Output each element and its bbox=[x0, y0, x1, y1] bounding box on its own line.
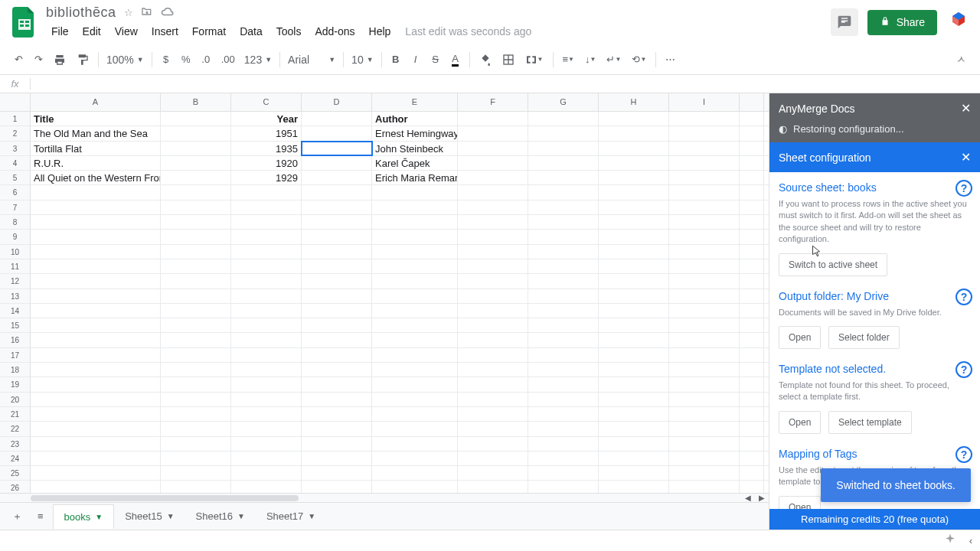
cell[interactable] bbox=[528, 452, 599, 465]
cell[interactable] bbox=[231, 245, 302, 259]
redo-button[interactable]: ↷ bbox=[29, 50, 47, 70]
cell[interactable] bbox=[161, 363, 231, 377]
cell[interactable] bbox=[669, 171, 740, 184]
row-header[interactable]: 23 bbox=[0, 437, 31, 451]
cell[interactable] bbox=[161, 215, 231, 229]
cell[interactable] bbox=[231, 452, 302, 465]
cell[interactable] bbox=[31, 437, 161, 451]
cell[interactable] bbox=[528, 126, 599, 140]
undo-button[interactable]: ↶ bbox=[9, 50, 28, 70]
cell[interactable] bbox=[31, 348, 161, 362]
cell[interactable] bbox=[458, 422, 528, 435]
cloud-icon[interactable] bbox=[161, 6, 175, 19]
cell[interactable] bbox=[31, 259, 161, 273]
cell[interactable] bbox=[31, 377, 161, 391]
cell[interactable] bbox=[599, 422, 669, 435]
cell[interactable] bbox=[231, 466, 302, 480]
collapse-toolbar-button[interactable]: ㅅ bbox=[952, 50, 971, 70]
italic-button[interactable]: I bbox=[407, 50, 425, 70]
cell[interactable] bbox=[599, 126, 669, 140]
cell[interactable] bbox=[740, 318, 764, 332]
cell[interactable]: 1951 bbox=[231, 126, 302, 140]
cell[interactable] bbox=[458, 142, 528, 155]
font-size-select[interactable]: 10 ▼ bbox=[348, 52, 377, 67]
cell[interactable] bbox=[599, 377, 669, 391]
cell[interactable] bbox=[31, 452, 161, 465]
more-button[interactable]: ⋯ bbox=[661, 50, 680, 70]
sheet-tab-Sheet16[interactable]: Sheet16▼ bbox=[185, 504, 256, 529]
row-header[interactable]: 17 bbox=[0, 348, 31, 362]
cell[interactable] bbox=[669, 215, 740, 229]
cell[interactable]: R.U.R. bbox=[31, 156, 161, 170]
cell[interactable] bbox=[528, 318, 599, 332]
cell[interactable] bbox=[458, 259, 528, 273]
move-icon[interactable] bbox=[141, 5, 153, 20]
cell[interactable] bbox=[302, 452, 372, 465]
sheet-tab-books[interactable]: books▼ bbox=[53, 504, 115, 529]
cell[interactable] bbox=[302, 156, 372, 170]
cell[interactable] bbox=[231, 363, 302, 377]
close-panel-button[interactable]: ✕ bbox=[961, 150, 971, 165]
print-button[interactable] bbox=[49, 50, 70, 70]
cell[interactable] bbox=[161, 245, 231, 259]
menu-format[interactable]: Format bbox=[187, 22, 231, 41]
cell[interactable] bbox=[302, 274, 372, 288]
cell[interactable] bbox=[669, 363, 740, 377]
comments-button[interactable] bbox=[831, 8, 858, 36]
cell[interactable] bbox=[669, 201, 740, 214]
cell[interactable] bbox=[740, 156, 764, 170]
menu-tools[interactable]: Tools bbox=[271, 22, 307, 41]
cell[interactable] bbox=[372, 437, 458, 451]
cell[interactable] bbox=[161, 171, 231, 184]
col-header-A[interactable]: A bbox=[31, 93, 161, 111]
cell[interactable] bbox=[458, 363, 528, 377]
cell[interactable] bbox=[31, 466, 161, 480]
row-header[interactable]: 12 bbox=[0, 274, 31, 288]
cell[interactable] bbox=[599, 289, 669, 303]
cell[interactable] bbox=[302, 481, 372, 493]
chevron-down-icon[interactable]: ▼ bbox=[308, 512, 315, 520]
cell[interactable] bbox=[458, 171, 528, 184]
cell[interactable] bbox=[669, 407, 740, 421]
cell[interactable] bbox=[458, 185, 528, 199]
select-template-button[interactable]: Select template bbox=[828, 411, 912, 434]
cell[interactable] bbox=[302, 333, 372, 347]
col-header-G[interactable]: G bbox=[528, 93, 599, 111]
cell[interactable] bbox=[372, 466, 458, 480]
cell[interactable] bbox=[528, 466, 599, 480]
cell[interactable] bbox=[161, 481, 231, 493]
cell[interactable] bbox=[528, 156, 599, 170]
cell[interactable] bbox=[231, 407, 302, 421]
cell[interactable] bbox=[458, 333, 528, 347]
cell[interactable] bbox=[231, 393, 302, 406]
cell[interactable] bbox=[669, 142, 740, 155]
strikethrough-button[interactable]: S bbox=[426, 50, 445, 70]
cell[interactable] bbox=[458, 377, 528, 391]
cell[interactable] bbox=[669, 274, 740, 288]
cell[interactable] bbox=[669, 185, 740, 199]
cell[interactable] bbox=[372, 377, 458, 391]
cell[interactable] bbox=[302, 171, 372, 184]
number-format-select[interactable]: 123▼ bbox=[241, 52, 275, 67]
cell[interactable] bbox=[669, 377, 740, 391]
cell[interactable] bbox=[669, 466, 740, 480]
cell[interactable] bbox=[161, 437, 231, 451]
borders-button[interactable] bbox=[498, 50, 519, 70]
cell[interactable] bbox=[372, 452, 458, 465]
cell[interactable] bbox=[302, 112, 372, 126]
cell[interactable] bbox=[528, 259, 599, 273]
menu-view[interactable]: View bbox=[109, 22, 143, 41]
cell[interactable] bbox=[231, 185, 302, 199]
cell[interactable] bbox=[528, 201, 599, 214]
vertical-align-button[interactable]: ↓▼ bbox=[580, 50, 600, 70]
cell[interactable] bbox=[528, 348, 599, 362]
chevron-down-icon[interactable]: ▼ bbox=[237, 512, 245, 520]
cell[interactable] bbox=[302, 393, 372, 406]
cell[interactable] bbox=[599, 171, 669, 184]
cell[interactable] bbox=[31, 422, 161, 435]
row-header[interactable]: 9 bbox=[0, 230, 31, 243]
cell[interactable]: 1935 bbox=[231, 142, 302, 155]
cell[interactable] bbox=[302, 215, 372, 229]
wrap-button[interactable]: ↵▼ bbox=[602, 50, 626, 70]
cell[interactable] bbox=[31, 185, 161, 199]
